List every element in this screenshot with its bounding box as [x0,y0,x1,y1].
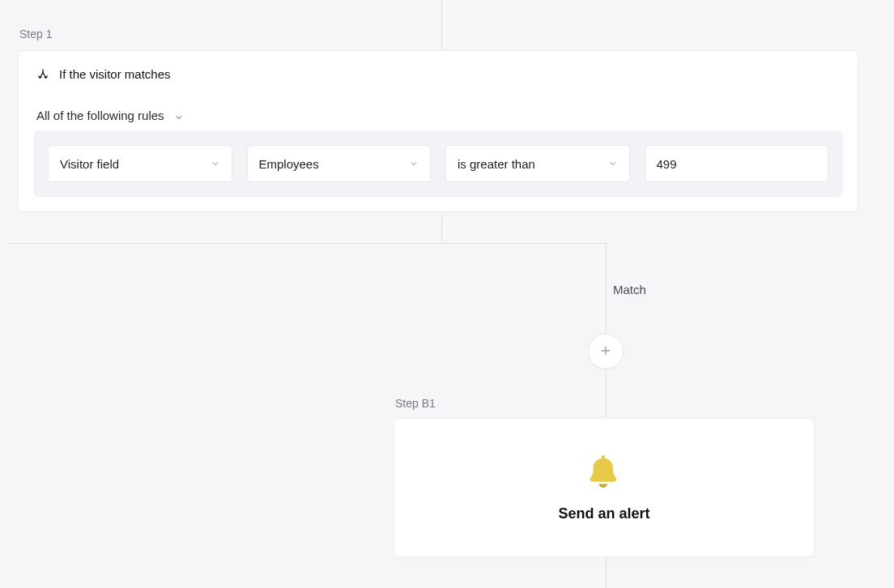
chevron-down-icon [211,157,220,171]
stepb1-card[interactable]: Send an alert [394,418,815,557]
connector-step1-down [441,215,442,243]
plus-icon [599,343,612,361]
rule-operator-select[interactable]: is greater than [445,145,630,182]
bell-icon [585,454,623,491]
stepb1-title: Send an alert [558,505,649,522]
connector-top-vertical [441,0,442,50]
step1-header: If the visitor matches [19,51,858,97]
rule-field-select[interactable]: Employees [247,145,432,182]
add-step-button[interactable] [588,334,624,369]
chevron-down-icon [409,157,419,171]
rule-type-select[interactable]: Visitor field [48,145,232,182]
rule-row: Visitor field Employees is greater than [33,130,843,197]
rule-value-field[interactable] [657,157,817,171]
rule-operator-value: is greater than [458,157,535,171]
step1-header-text: If the visitor matches [59,67,171,81]
step1-label: Step 1 [19,28,52,40]
step1-card: If the visitor matches All of the follow… [18,50,858,212]
rule-value-input[interactable] [645,145,829,182]
stepb1-label: Step B1 [395,397,436,410]
split-icon [36,68,49,81]
rule-type-value: Visitor field [60,157,119,171]
rules-mode-label: All of the following rules [36,109,164,122]
connector-right-branch-vertical [606,243,607,418]
chevron-down-icon [608,157,618,171]
branch-match-label: Match [613,283,646,296]
connector-split-horizontal [8,243,607,244]
chevron-down-icon [174,111,184,121]
connector-below-stepb1 [606,557,607,588]
rules-mode-row[interactable]: All of the following rules [19,97,858,122]
rule-field-value: Employees [259,157,319,171]
